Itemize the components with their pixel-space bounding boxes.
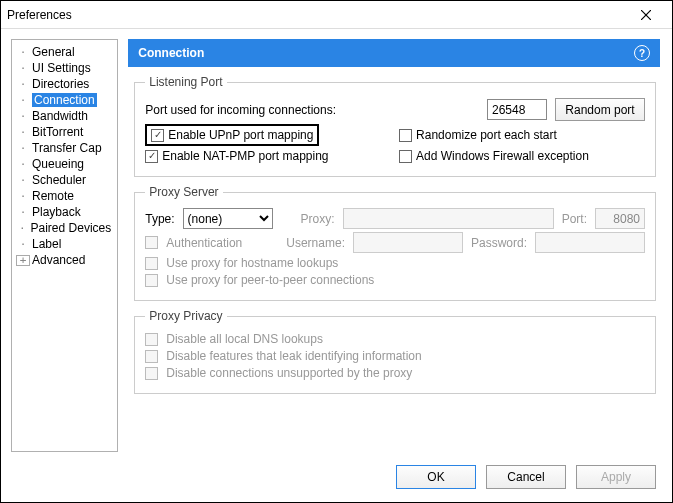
tree-item-bittorrent[interactable]: ·BitTorrent bbox=[14, 124, 115, 140]
proxy-privacy-legend: Proxy Privacy bbox=[145, 309, 226, 323]
firewall-label: Add Windows Firewall exception bbox=[416, 149, 589, 163]
tree-item-label: Directories bbox=[32, 77, 89, 91]
tree-item-label: Queueing bbox=[32, 157, 84, 171]
body: ·General·UI Settings·Directories·Connect… bbox=[1, 29, 672, 458]
tree-bullet-icon: · bbox=[16, 222, 29, 235]
tree-item-label: Connection bbox=[32, 93, 97, 107]
settings-panel: Listening Port Port used for incoming co… bbox=[128, 67, 660, 452]
firewall-checkbox[interactable] bbox=[399, 150, 412, 163]
auth-checkbox bbox=[145, 236, 158, 249]
tree-item-queueing[interactable]: ·Queueing bbox=[14, 156, 115, 172]
tree-item-label: Bandwidth bbox=[32, 109, 88, 123]
p2p-checkbox bbox=[145, 274, 158, 287]
hostname-label: Use proxy for hostname lookups bbox=[166, 256, 338, 270]
upnp-highlight: Enable UPnP port mapping bbox=[145, 124, 319, 146]
natpmp-label: Enable NAT-PMP port mapping bbox=[162, 149, 328, 163]
dialog-footer: OK Cancel Apply bbox=[1, 458, 672, 502]
proxy-host-label: Proxy: bbox=[301, 212, 335, 226]
port-input[interactable] bbox=[487, 99, 547, 120]
proxy-server-group: Proxy Server Type: (none) Proxy: Port: A… bbox=[134, 185, 656, 301]
username-input bbox=[353, 232, 463, 253]
random-port-button[interactable]: Random port bbox=[555, 98, 645, 121]
listening-port-group: Listening Port Port used for incoming co… bbox=[134, 75, 656, 177]
proxy-server-legend: Proxy Server bbox=[145, 185, 222, 199]
tree-item-label: Paired Devices bbox=[31, 221, 112, 235]
window-title: Preferences bbox=[7, 8, 626, 22]
tree-item-advanced[interactable]: +Advanced bbox=[14, 252, 115, 268]
panel-header: Connection ? bbox=[128, 39, 660, 67]
hostname-checkbox bbox=[145, 257, 158, 270]
upnp-checkbox[interactable] bbox=[151, 129, 164, 142]
tree-bullet-icon: · bbox=[16, 238, 30, 251]
tree-item-paired-devices[interactable]: ·Paired Devices bbox=[14, 220, 115, 236]
tree-bullet-icon: · bbox=[16, 62, 30, 75]
tree-item-label: UI Settings bbox=[32, 61, 91, 75]
unsupported-label: Disable connections unsupported by the p… bbox=[166, 366, 412, 380]
natpmp-checkbox[interactable] bbox=[145, 150, 158, 163]
tree-item-directories[interactable]: ·Directories bbox=[14, 76, 115, 92]
help-icon[interactable]: ? bbox=[634, 45, 650, 61]
tree-item-scheduler[interactable]: ·Scheduler bbox=[14, 172, 115, 188]
tree-item-label: Transfer Cap bbox=[32, 141, 102, 155]
leak-label: Disable features that leak identifying i… bbox=[166, 349, 421, 363]
panel-title: Connection bbox=[138, 46, 204, 60]
tree-item-connection[interactable]: ·Connection bbox=[14, 92, 115, 108]
preferences-window: Preferences ·General·UI Settings·Directo… bbox=[0, 0, 673, 503]
tree-item-playback[interactable]: ·Playback bbox=[14, 204, 115, 220]
close-icon[interactable] bbox=[626, 4, 666, 26]
leak-checkbox bbox=[145, 350, 158, 363]
proxy-privacy-group: Proxy Privacy Disable all local DNS look… bbox=[134, 309, 656, 394]
unsupported-checkbox bbox=[145, 367, 158, 380]
username-label: Username: bbox=[286, 236, 345, 250]
category-tree[interactable]: ·General·UI Settings·Directories·Connect… bbox=[11, 39, 118, 452]
tree-bullet-icon: · bbox=[16, 190, 30, 203]
tree-item-general[interactable]: ·General bbox=[14, 44, 115, 60]
tree-item-label: Playback bbox=[32, 205, 81, 219]
randomize-checkbox[interactable] bbox=[399, 129, 412, 142]
tree-item-label[interactable]: ·Label bbox=[14, 236, 115, 252]
content-panel: Connection ? Listening Port Port used fo… bbox=[128, 39, 660, 452]
p2p-label: Use proxy for peer-to-peer connections bbox=[166, 273, 374, 287]
port-label: Port used for incoming connections: bbox=[145, 103, 336, 117]
cancel-button[interactable]: Cancel bbox=[486, 465, 566, 489]
tree-item-bandwidth[interactable]: ·Bandwidth bbox=[14, 108, 115, 124]
tree-item-transfer-cap[interactable]: ·Transfer Cap bbox=[14, 140, 115, 156]
upnp-label: Enable UPnP port mapping bbox=[168, 128, 313, 142]
tree-item-ui-settings[interactable]: ·UI Settings bbox=[14, 60, 115, 76]
tree-item-label: BitTorrent bbox=[32, 125, 83, 139]
tree-item-label: Advanced bbox=[32, 253, 85, 267]
proxy-port-input bbox=[595, 208, 645, 229]
dns-label: Disable all local DNS lookups bbox=[166, 332, 323, 346]
proxy-port-label: Port: bbox=[562, 212, 587, 226]
tree-item-label: Label bbox=[32, 237, 61, 251]
randomize-label: Randomize port each start bbox=[416, 128, 557, 142]
tree-bullet-icon: · bbox=[16, 158, 30, 171]
tree-item-label: Remote bbox=[32, 189, 74, 203]
titlebar: Preferences bbox=[1, 1, 672, 29]
dns-checkbox bbox=[145, 333, 158, 346]
tree-bullet-icon: · bbox=[16, 94, 30, 107]
tree-item-remote[interactable]: ·Remote bbox=[14, 188, 115, 204]
ok-button[interactable]: OK bbox=[396, 465, 476, 489]
listening-port-legend: Listening Port bbox=[145, 75, 226, 89]
tree-bullet-icon: · bbox=[16, 206, 30, 219]
proxy-type-select[interactable]: (none) bbox=[183, 208, 273, 229]
tree-bullet-icon: · bbox=[16, 78, 30, 91]
auth-label: Authentication bbox=[166, 236, 242, 250]
tree-bullet-icon: · bbox=[16, 174, 30, 187]
tree-item-label: Scheduler bbox=[32, 173, 86, 187]
tree-item-label: General bbox=[32, 45, 75, 59]
proxy-host-input bbox=[343, 208, 554, 229]
tree-bullet-icon: · bbox=[16, 46, 30, 59]
password-label: Password: bbox=[471, 236, 527, 250]
password-input bbox=[535, 232, 645, 253]
expand-icon[interactable]: + bbox=[16, 255, 30, 266]
tree-bullet-icon: · bbox=[16, 110, 30, 123]
tree-bullet-icon: · bbox=[16, 126, 30, 139]
apply-button: Apply bbox=[576, 465, 656, 489]
proxy-type-label: Type: bbox=[145, 212, 174, 226]
tree-bullet-icon: · bbox=[16, 142, 30, 155]
